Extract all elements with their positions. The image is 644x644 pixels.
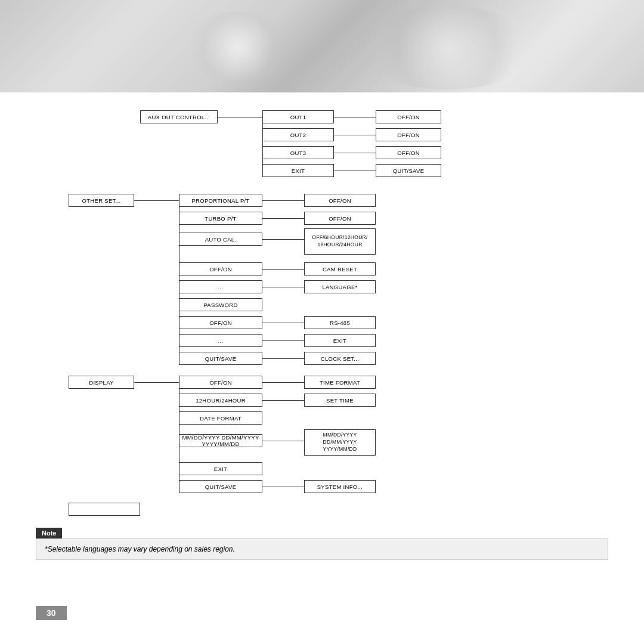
cam-reset-val-box: LANGUAGE*	[304, 280, 376, 293]
system-info-box	[69, 503, 140, 516]
set-date-box: EXIT	[179, 462, 262, 475]
d-flip-box: OFF/ON	[179, 262, 262, 275]
aux-exit-box: EXIT	[262, 164, 334, 177]
aux-exit-val-box: QUIT/SAVE	[376, 164, 441, 177]
out2-box: OUT2	[262, 128, 334, 141]
note-title: Note	[36, 528, 62, 538]
clock-exit-val-box: SYSTEM INFO...	[304, 480, 376, 493]
clock-set-box: DISPLAY	[69, 376, 134, 389]
language-box: PASSWORD	[179, 298, 262, 311]
clock-exit-box: QUIT/SAVE	[179, 480, 262, 493]
page-number: 30	[36, 606, 67, 620]
time-format-val-box: SET TIME	[304, 394, 376, 407]
auto-cal-val-box: OFF/6HOUR/12HOUR/18HOUR/24HOUR	[304, 228, 376, 255]
display-box: OFF/ON	[179, 376, 262, 389]
note-section: Note *Selectable languages may vary depe…	[36, 528, 608, 560]
d-flip-val-box: CAM RESET	[304, 262, 376, 275]
turbo-box: TURBO P/T	[179, 212, 262, 225]
date-format-box: MM/DD/YYYY DD/MM/YYYY YYYY/MM/DD	[179, 434, 262, 447]
password-val-box: RS-485	[304, 316, 376, 329]
turbo-val-box: OFF/ON	[304, 212, 376, 225]
set-time-box: DATE FORMAT	[179, 411, 262, 425]
rs485-val-box: EXIT	[304, 334, 376, 347]
out1-box: OUT1	[262, 110, 334, 123]
auto-cal-val-text: OFF/6HOUR/12HOUR/18HOUR/24HOUR	[312, 234, 367, 249]
out3-val-box: OFF/ON	[376, 146, 441, 159]
prop-val-box: OFF/ON	[304, 194, 376, 207]
password-box: OFF/ON	[179, 316, 262, 329]
date-format-val-box: MM/DD/YYYY DD/MM/YYYYYYYY/MM/DD	[304, 429, 376, 456]
out2-val-box: OFF/ON	[376, 128, 441, 141]
note-body: *Selectable languages may vary depending…	[36, 538, 608, 560]
date-format-val-text: MM/DD/YYYY DD/MM/YYYYYYYY/MM/DD	[307, 432, 373, 453]
aux-out-control-box: AUX OUT CONTROL...	[140, 110, 218, 123]
proportional-box: PROPORTIONAL P/T	[179, 194, 262, 207]
rs485-box: ...	[179, 334, 262, 347]
cam-reset-box: ...	[179, 280, 262, 293]
time-format-box: 12HOUR/24HOUR	[179, 394, 262, 407]
other-set-box: OTHER SET...	[69, 194, 134, 207]
out3-box: OUT3	[262, 146, 334, 159]
header-image	[0, 0, 644, 92]
other-exit-val-box: CLOCK SET...	[304, 352, 376, 365]
out1-val-box: OFF/ON	[376, 110, 441, 123]
display-val-box: TIME FORMAT	[304, 376, 376, 389]
other-exit-box: QUIT/SAVE	[179, 352, 262, 365]
auto-cal-box: AUTO CAL.	[179, 233, 262, 246]
